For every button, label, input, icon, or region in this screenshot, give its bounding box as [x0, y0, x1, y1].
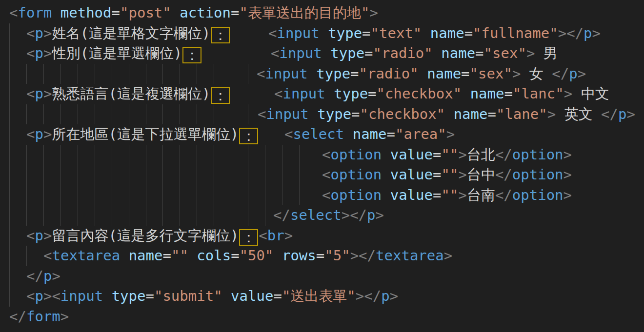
token: </: [495, 146, 512, 163]
indent-guides: [9, 64, 250, 84]
token: cols: [197, 247, 231, 264]
token: >: [512, 65, 521, 82]
token: <: [26, 126, 35, 142]
token: >: [564, 166, 572, 183]
token: =: [475, 45, 483, 61]
code-line[interactable]: <p>留言內容(這是多行文字欄位)：<br>: [0, 226, 644, 246]
token: [382, 146, 390, 163]
token: "lane": [496, 106, 547, 122]
token: >: [627, 106, 635, 122]
token: p: [43, 268, 52, 284]
token: >: [578, 65, 586, 82]
token: input: [60, 288, 103, 304]
token: </: [9, 308, 26, 325]
token: </: [273, 207, 290, 223]
token: "": [441, 146, 458, 163]
code-line[interactable]: <p><input type="submit" value="送出表單"></p…: [0, 286, 644, 307]
token: option: [512, 146, 564, 163]
code-line[interactable]: <p>姓名(這是單格文字欄位)：<input type="text" name=…: [0, 23, 644, 44]
code-line[interactable]: </select></p>: [0, 205, 644, 226]
token: <: [26, 288, 35, 304]
token: p: [569, 65, 577, 82]
code-line[interactable]: </form>: [0, 307, 644, 327]
indent-guides: [9, 266, 10, 287]
token: br: [267, 227, 284, 244]
token: action: [180, 4, 231, 21]
token: =: [387, 126, 395, 142]
token: <: [9, 4, 18, 21]
token: <: [257, 65, 265, 82]
token: "lanc": [513, 85, 564, 102]
token: >: [43, 25, 52, 41]
token: [325, 85, 334, 102]
token: [344, 126, 352, 142]
code-run: <option value="">台中</option>: [322, 165, 572, 185]
token: select: [290, 207, 342, 223]
token: "": [441, 166, 458, 183]
token: =: [487, 106, 496, 122]
token: method: [60, 4, 112, 21]
token: form: [18, 4, 52, 21]
token: type: [330, 45, 364, 61]
token: form: [26, 308, 60, 325]
token: >: [60, 308, 69, 325]
token: [103, 288, 111, 304]
token: p: [618, 106, 626, 122]
indent-guides: [9, 124, 10, 145]
token: type: [334, 85, 368, 102]
token: p: [35, 227, 43, 244]
token: "text": [371, 25, 422, 41]
token: option: [330, 166, 382, 183]
unicode-highlight-box: ：: [211, 27, 230, 43]
code-line[interactable]: <option value="">台北</option>: [0, 145, 644, 165]
code-line[interactable]: <textarea name="" cols="50" rows="5"></t…: [0, 246, 644, 266]
token: input: [279, 45, 322, 61]
token: =: [368, 85, 376, 102]
code-line[interactable]: <form method="post" action="表單送出的目的地">: [0, 3, 644, 23]
code-editor[interactable]: <form method="post" action="表單送出的目的地"><p…: [0, 0, 644, 332]
code-line[interactable]: <p>性別(這是單選欄位)：<input type="radio" name="…: [0, 43, 644, 64]
token: p: [35, 45, 43, 61]
token: 女: [521, 65, 552, 82]
token: [171, 4, 180, 21]
token: <: [26, 45, 35, 61]
indent-guides: [9, 185, 300, 206]
token: 留言內容(這是多行文字欄位): [52, 227, 239, 244]
token: input: [282, 85, 325, 102]
token: option: [330, 146, 382, 163]
token: 英文: [556, 106, 601, 122]
code-run: <input type="radio" name="sex"> 男: [271, 43, 558, 64]
token: ></: [342, 207, 367, 223]
token: >: [43, 45, 52, 61]
code-line[interactable]: <p>熟悉語言(這是複選欄位)：<input type="checkbox" n…: [0, 84, 644, 104]
token: 男: [535, 45, 557, 61]
token: <: [43, 247, 52, 264]
token: "submit": [154, 288, 222, 304]
token: 中文: [572, 85, 609, 102]
code-line[interactable]: <option value="">台南</option>: [0, 185, 644, 206]
indent-guides: [9, 43, 10, 64]
token: </: [26, 268, 43, 284]
token: >: [284, 227, 293, 244]
token: =: [433, 146, 441, 163]
token: input: [265, 65, 307, 82]
token: p: [584, 25, 592, 41]
token: name: [470, 85, 504, 102]
token: =: [231, 247, 239, 264]
token: [273, 247, 282, 264]
code-line[interactable]: <input type="radio" name="sex"> 女 </p>: [0, 64, 644, 84]
code-line[interactable]: <p>所在地區(這是下拉選單欄位)：<select name="area">: [0, 124, 644, 145]
code-line[interactable]: <input type="checkbox" name="lane"> 英文 <…: [0, 104, 644, 125]
token: </: [495, 166, 512, 183]
token: >: [564, 187, 572, 203]
code-line[interactable]: <option value="">台中</option>: [0, 165, 644, 185]
token: 性別(這是單選欄位): [52, 45, 182, 61]
code-line[interactable]: </p>: [0, 266, 644, 287]
token: p: [35, 288, 43, 304]
token: <: [322, 146, 330, 163]
token: type: [317, 106, 351, 122]
token: >: [526, 45, 535, 61]
token: "": [171, 247, 188, 264]
unicode-highlight-box: ：: [239, 128, 258, 144]
code-run: </select></p>: [273, 205, 384, 226]
